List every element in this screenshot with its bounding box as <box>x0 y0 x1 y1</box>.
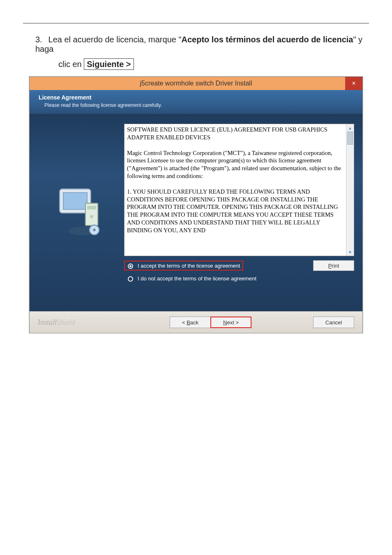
radio-reject[interactable] <box>128 276 133 282</box>
window-titlebar[interactable]: j5create wormhole switch Driver Install … <box>30 77 362 90</box>
license-paragraph: SOFTWARE END USER LICENCE (EUL) AGREEMEN… <box>127 126 344 141</box>
close-icon: × <box>352 80 355 87</box>
scroll-up-icon[interactable]: ▲ <box>346 124 354 132</box>
svg-point-4 <box>90 215 94 219</box>
radio-reject-label: I do not accept the terms of the license… <box>138 275 256 282</box>
svg-point-7 <box>93 229 96 231</box>
installshield-brand: InstallShield <box>38 318 75 327</box>
license-paragraph: 1. YOU SHOULD CAREFULLY READ THE FOLLOWI… <box>127 188 344 234</box>
window-title: j5create wormhole switch Driver Install <box>140 80 252 87</box>
radio-accept-row[interactable]: I accept the terms of the license agreem… <box>124 261 243 271</box>
list-number: 3. <box>35 35 46 44</box>
close-button[interactable]: × <box>345 77 362 90</box>
radio-reject-row[interactable]: I do not accept the terms of the license… <box>124 273 260 283</box>
subheader-title: License Agreement <box>39 94 353 101</box>
radio-accept-label: I accept the terms of the license agreem… <box>138 263 240 269</box>
installer-window: j5create wormhole switch Driver Install … <box>29 76 363 333</box>
back-button[interactable]: < Back <box>170 317 211 328</box>
scroll-track[interactable] <box>346 132 354 248</box>
page-top-rule <box>23 23 369 23</box>
instruction-text-line2: clic en Siguiente > <box>46 60 369 69</box>
radio-accept[interactable] <box>128 264 133 269</box>
wizard-subheader: License Agreement Please read the follow… <box>30 90 362 114</box>
wizard-body: SOFTWARE END USER LICENCE (EUL) AGREEMEN… <box>30 114 362 311</box>
svg-rect-1 <box>63 192 87 209</box>
wizard-footer: InstallShield < Back Next > Cancel <box>30 311 362 333</box>
next-button[interactable]: Next > <box>210 317 251 328</box>
license-text-box: SOFTWARE END USER LICENCE (EUL) AGREEMEN… <box>124 124 354 256</box>
print-button[interactable]: Print <box>313 260 354 271</box>
instruction-text: 3. Lea el acuerdo de licencia, marque "A… <box>23 35 369 54</box>
boxed-next-label: Siguiente > <box>84 58 134 70</box>
subheader-subtitle: Please read the following license agreem… <box>44 102 353 108</box>
cancel-button[interactable]: Cancel <box>313 317 354 328</box>
license-text-content[interactable]: SOFTWARE END USER LICENCE (EUL) AGREEMEN… <box>125 124 346 256</box>
license-paragraph: Magic Control Technology Corporation ("M… <box>127 149 344 180</box>
scroll-down-icon[interactable]: ▼ <box>346 248 354 256</box>
computer-install-icon <box>54 185 108 239</box>
license-scrollbar[interactable]: ▲ ▼ <box>346 124 354 256</box>
wizard-graphic <box>38 124 124 301</box>
scroll-thumb[interactable] <box>347 132 353 145</box>
svg-rect-3 <box>87 206 96 210</box>
